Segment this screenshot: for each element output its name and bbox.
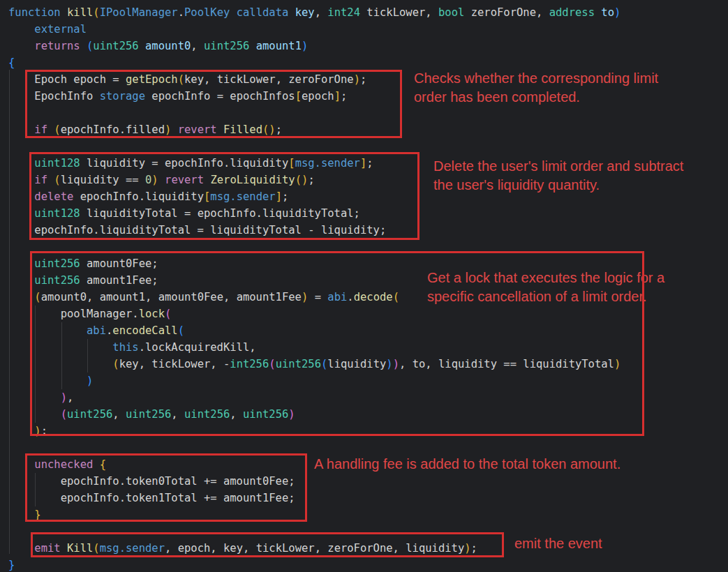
code-token [8, 341, 112, 354]
code-token [47, 174, 54, 186]
annotation-line: Get a lock that executes the logic for a [427, 269, 664, 287]
code-line[interactable]: (key, tickLower, -int256(uint256(liquidi… [8, 356, 621, 372]
code-token: [ [288, 157, 295, 170]
code-line[interactable]: epochInfo.token0Total += amount0Fee; [8, 473, 295, 490]
code-line[interactable]: epochInfo.liquidityTotal = liquidityTota… [8, 222, 386, 239]
annotation-text: Checks whether the corresponding limitor… [414, 69, 658, 107]
code-token: address [549, 6, 595, 19]
code-token: epochInfo.token1Total += amount1Fee; [8, 492, 295, 504]
code-token: amount0 [145, 40, 191, 52]
code-token: { [8, 57, 15, 69]
annotation-line: specific cancellation of a limit order. [427, 287, 664, 306]
code-line[interactable]: abi.encodeCall( [8, 322, 184, 339]
code-token: uint256 [126, 408, 171, 421]
code-token: } [34, 509, 40, 521]
code-token [80, 40, 87, 52]
code-token: ] [334, 90, 341, 103]
code-token: ( [178, 73, 184, 86]
code-token: int256 [230, 358, 269, 370]
code-token: uint256 [184, 408, 230, 421]
code-token [61, 542, 67, 555]
code-token: liquidity == [61, 174, 145, 186]
code-token: to [601, 6, 614, 19]
code-token: ( [321, 358, 327, 370]
code-token: ( [87, 40, 93, 52]
annotation-text: Delete the user's limit order and subtra… [433, 157, 683, 195]
code-token [8, 174, 34, 186]
code-token [47, 123, 54, 136]
code-line[interactable]: { [8, 54, 15, 71]
code-token: PoolKey [184, 6, 230, 19]
code-line[interactable]: } [8, 506, 41, 523]
code-token [8, 425, 34, 437]
code-line[interactable]: poolManager.lock( [8, 306, 171, 322]
code-token: , [191, 40, 204, 52]
code-line[interactable]: } [8, 557, 15, 572]
code-token: key [295, 6, 315, 19]
code-token: msg.sender [100, 542, 165, 555]
code-token: Epoch epoch = [8, 73, 126, 86]
code-token: Filled [223, 123, 262, 136]
code-line[interactable]: delete epochInfo.liquidity[msg.sender]; [8, 188, 288, 205]
code-token: epochInfo = epochInfos [145, 90, 295, 103]
code-token: ; [366, 157, 373, 170]
code-token: calldata [237, 6, 289, 19]
code-token: kill [67, 6, 93, 19]
code-token: uint128 [34, 157, 80, 170]
code-token [8, 190, 34, 203]
code-line[interactable]: (uint256, uint256, uint256, uint256) [8, 406, 295, 423]
code-token: ( [93, 542, 99, 555]
code-line[interactable]: ), [8, 389, 73, 406]
code-line[interactable]: function kill(IPoolManager.PoolKey calld… [8, 4, 621, 21]
code-token: amount1 [256, 40, 302, 52]
code-line[interactable]: ) [8, 372, 93, 389]
code-line[interactable]: returns (uint256 amount0, uint256 amount… [8, 38, 308, 54]
code-token: ; [282, 190, 288, 203]
code-token [230, 6, 236, 19]
code-line[interactable]: uint256 amount1Fee; [8, 272, 158, 289]
code-line[interactable]: external [8, 21, 87, 38]
code-token: . [178, 6, 184, 19]
annotation-line: order has been completed. [414, 88, 658, 107]
code-line[interactable]: unchecked { [8, 456, 106, 473]
code-token: [ [204, 190, 210, 203]
code-line[interactable]: epochInfo.token1Total += amount1Fee; [8, 490, 295, 506]
code-token: 0 [145, 174, 151, 186]
code-token [8, 40, 34, 52]
annotation-text: A handling fee is added to the total tok… [314, 455, 621, 474]
code-token: epochInfo.token0Total += amount0Fee; [8, 475, 295, 488]
code-line[interactable]: uint256 amount0Fee; [8, 255, 158, 272]
code-token: . [347, 291, 353, 303]
code-token: ] [360, 157, 366, 170]
code-line[interactable]: emit Kill(msg.sender, epoch, key, tickLo… [8, 540, 477, 557]
code-line[interactable]: EpochInfo storage epochInfo = epochInfos… [8, 88, 347, 105]
code-token: external [34, 23, 87, 36]
code-token: key, tickLower, - [119, 358, 230, 370]
code-line[interactable]: Epoch epoch = getEpoch(key, tickLower, z… [8, 71, 366, 88]
code-token: ) [464, 542, 470, 555]
annotation-line: the user's liquidity quantity. [433, 176, 683, 195]
code-line[interactable]: if (liquidity == 0) revert ZeroLiquidity… [8, 172, 315, 188]
code-token: ( [61, 408, 67, 421]
code-line[interactable]: uint128 liquidity = epochInfo.liquidity[… [8, 155, 373, 172]
code-token: msg.sender [210, 190, 275, 203]
code-token: if [34, 174, 47, 186]
code-token: uint256 [93, 40, 138, 52]
code-line[interactable]: ); [8, 423, 47, 439]
code-token: , [67, 391, 73, 404]
code-token: epochInfo.liquidity [73, 190, 204, 203]
code-token: ) [614, 358, 621, 370]
code-token [8, 23, 34, 36]
code-token: ( [269, 358, 275, 370]
code-token: key, tickLower, zeroForOne [184, 73, 354, 86]
annotation-line: A handling fee is added to the total tok… [314, 455, 621, 474]
code-line[interactable]: (amount0, amount1, amount0Fee, amount1Fe… [8, 289, 399, 306]
code-token: ) [393, 358, 399, 370]
code-token: ( [165, 308, 171, 320]
code-line[interactable]: uint128 liquidityTotal = epochInfo.liqui… [8, 205, 360, 222]
code-line[interactable]: this.lockAcquiredKill, [8, 339, 256, 356]
annotation-text: emit the event [514, 534, 602, 553]
code-token: amount0Fee; [80, 257, 158, 270]
code-line[interactable]: if (epochInfo.filled) revert Filled(); [8, 121, 282, 138]
code-token: IPoolManager [100, 6, 178, 19]
